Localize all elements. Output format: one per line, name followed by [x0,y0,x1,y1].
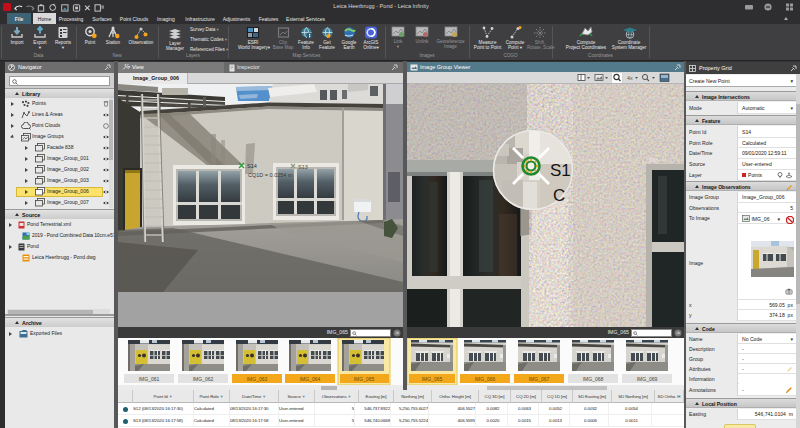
svg-text:S1: S1 [550,161,571,180]
svg-text:IMG_068: IMG_068 [583,376,604,382]
svg-text:S18: S18 [649,157,658,163]
svg-text:S13: S13 [298,164,308,170]
svg-text:IMG_065: IMG_065 [422,376,443,382]
svg-text:IMG_066: IMG_066 [475,376,496,382]
svg-text:C: C [553,186,565,205]
svg-text:IMG_065: IMG_065 [354,376,375,382]
svg-text:IMG_062: IMG_062 [193,376,214,382]
svg-text:IMG_064: IMG_064 [300,376,321,382]
svg-text:4x: 4x [627,75,633,81]
svg-text:IMG_063: IMG_063 [247,376,268,382]
svg-text:CQ1D = 0.0254 m: CQ1D = 0.0254 m [248,172,293,178]
svg-text:S14: S14 [247,163,257,169]
svg-text:IMG_061: IMG_061 [139,376,160,382]
svg-text:IMG_067: IMG_067 [529,376,550,382]
svg-text:IMG_069: IMG_069 [637,376,658,382]
